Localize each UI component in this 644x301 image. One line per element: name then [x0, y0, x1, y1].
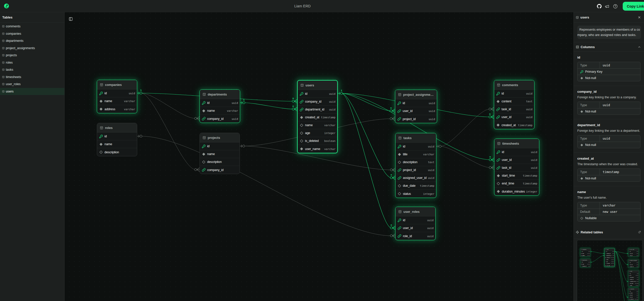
- column-row-user_id[interactable]: user_iduuid: [395, 107, 437, 115]
- column-row-company_id[interactable]: company_iduuid: [200, 115, 240, 123]
- column-row-project_id[interactable]: project_iduuid: [628, 266, 639, 268]
- column-row-id[interactable]: iduuid: [628, 273, 639, 275]
- table-node-project_assignments[interactable]: project_assignmentsiduuiduser_iduuidproj…: [395, 90, 437, 123]
- column-row-id[interactable]: id: [200, 142, 240, 150]
- column-row-id[interactable]: iduuid: [494, 90, 534, 98]
- copy-link-button[interactable]: Copy Link: [623, 2, 644, 11]
- liam-logo-icon[interactable]: [4, 3, 9, 9]
- column-row-department_id[interactable]: department_iduuid: [604, 255, 614, 257]
- table-node-project_assignme[interactable]: project_assignmeiduuiduser_iduuidproject…: [628, 259, 639, 268]
- column-row-id[interactable]: iduuid: [298, 90, 337, 98]
- column-row-name[interactable]: namevarchar: [580, 263, 591, 265]
- column-row-role_id[interactable]: role_iduuid: [396, 232, 435, 240]
- column-row-company_id[interactable]: company_iduuid: [298, 98, 337, 106]
- column-row-company_id[interactable]: company_id: [200, 166, 240, 174]
- table-node-user_roles[interactable]: user_rolesiduuiduser_iduuidrole_iduuid: [395, 207, 436, 240]
- column-row-user_name[interactable]: user_namevarchar: [298, 145, 337, 153]
- column-row-age[interactable]: ageinteger: [298, 129, 337, 137]
- column-row-status[interactable]: statusinteger: [396, 190, 436, 198]
- column-row-id[interactable]: iduuid: [628, 251, 639, 253]
- column-row-is_deleted[interactable]: is_deletedboolean: [604, 263, 614, 265]
- node-header[interactable]: companies: [580, 248, 591, 251]
- column-row-created_at[interactable]: created_attimestamp: [628, 298, 639, 300]
- column-row-id[interactable]: iduuid: [396, 143, 436, 150]
- node-header[interactable]: tasks: [628, 270, 639, 272]
- column-row-description[interactable]: description: [200, 158, 240, 166]
- table-node-projects[interactable]: projectsidnamedescriptioncompany_id: [200, 133, 240, 174]
- table-node-roles[interactable]: rolesidnamedescription: [97, 123, 137, 156]
- node-header[interactable]: companies: [97, 80, 137, 89]
- column-row-assigned_user_id[interactable]: assigned_user_iduuid: [628, 280, 639, 283]
- column-row-name[interactable]: name: [200, 150, 240, 158]
- column-row-address[interactable]: addressvarchar: [97, 105, 137, 113]
- column-row-id[interactable]: id: [97, 133, 137, 140]
- sidebar-item-roles[interactable]: roles: [0, 59, 64, 66]
- column-row-user_id[interactable]: user_iduuid: [628, 296, 639, 298]
- sidebar-item-departments[interactable]: departments: [0, 37, 64, 45]
- node-header[interactable]: comments: [494, 80, 534, 90]
- column-row-role_id[interactable]: role_iduuid: [628, 255, 639, 257]
- table-node-users[interactable]: usersiduuidcompany_iduuiddepartment_iduu…: [297, 80, 338, 153]
- table-node-companies[interactable]: companiesiduuidnamevarcharaddressvarchar: [97, 80, 137, 113]
- node-header[interactable]: roles: [97, 123, 137, 133]
- node-header[interactable]: departments: [200, 90, 240, 99]
- column-row-name[interactable]: namevarchar: [97, 97, 137, 105]
- open-related-erd-icon[interactable]: [638, 231, 641, 234]
- column-row-user_id[interactable]: user_iduuid: [628, 253, 639, 255]
- column-row-id[interactable]: iduuid: [200, 99, 240, 107]
- column-row-description[interactable]: description: [97, 148, 137, 156]
- node-header[interactable]: timesheets: [494, 139, 539, 148]
- table-node-timesheets[interactable]: timesheetsiduuiduser_iduuidtask_iduuidst…: [494, 139, 539, 196]
- column-row-name[interactable]: namevarchar: [580, 253, 591, 255]
- column-row-age[interactable]: ageinteger: [604, 261, 614, 263]
- sidebar-item-project_assignments[interactable]: project_assignments: [0, 45, 64, 52]
- table-node-departments[interactable]: departmentsiduuidnamevarcharcompany_iduu…: [580, 259, 591, 267]
- column-row-title[interactable]: titlevarchar: [396, 150, 436, 158]
- close-icon[interactable]: [638, 16, 641, 19]
- column-row-id[interactable]: iduuid: [628, 290, 639, 292]
- column-row-title[interactable]: titlevarchar: [628, 275, 639, 277]
- column-row-duration_minutes[interactable]: duration_minutesinteger: [494, 187, 539, 195]
- sidebar-item-companies[interactable]: companies: [0, 30, 64, 37]
- node-header[interactable]: project_assignments: [395, 90, 437, 99]
- sidebar-item-user_roles[interactable]: user_roles: [0, 81, 64, 88]
- sidebar-item-tasks[interactable]: tasks: [0, 66, 64, 73]
- chevron-up-icon[interactable]: [638, 45, 641, 49]
- node-header[interactable]: projects: [200, 133, 240, 142]
- table-description[interactable]: Represents employees or members of a com…: [577, 26, 641, 39]
- column-row-task_id[interactable]: task_iduuid: [494, 105, 534, 113]
- table-node-tasks[interactable]: tasksiduuidtitlevarchardescriptiontextpr…: [395, 133, 436, 198]
- node-header[interactable]: project_assignme: [628, 259, 639, 262]
- column-row-id[interactable]: iduuid: [395, 99, 437, 107]
- column-row-id[interactable]: iduuid: [604, 251, 614, 253]
- column-row-id[interactable]: iduuid: [580, 251, 591, 253]
- column-row-user_id[interactable]: user_iduuid: [628, 264, 639, 266]
- node-header[interactable]: user_roles: [628, 248, 639, 251]
- table-node-user_roles[interactable]: user_rolesiduuiduser_iduuidrole_iduuid: [628, 248, 639, 257]
- column-row-name[interactable]: namevarchar: [200, 107, 240, 115]
- table-node-comments[interactable]: commentsiduuidcontenttexttask_iduuiduser…: [494, 80, 534, 129]
- help-icon[interactable]: [613, 4, 618, 9]
- table-node-companies[interactable]: companiesiduuidnamevarcharaddressvarchar: [580, 248, 591, 257]
- column-row-company_id[interactable]: company_iduuid: [604, 253, 614, 255]
- node-header[interactable]: comments: [628, 288, 639, 290]
- column-row-due_date[interactable]: due_datetimestamp: [628, 283, 639, 285]
- column-row-task_id[interactable]: task_iduuid: [494, 164, 539, 172]
- column-row-id[interactable]: iduuid: [97, 89, 137, 97]
- sidebar-item-users[interactable]: users: [0, 88, 64, 95]
- sidebar-item-projects[interactable]: projects: [0, 52, 64, 59]
- column-row-id[interactable]: iduuid: [494, 148, 539, 156]
- erd-canvas[interactable]: 1n1n1nnnnn companiesiduuidnamevarcharadd…: [65, 12, 574, 301]
- sidebar-toggle-icon[interactable]: [69, 17, 73, 21]
- related-tables-minimap[interactable]: companiesiduuidnamevarcharaddressvarchar…: [577, 240, 643, 301]
- column-row-content[interactable]: contenttext: [494, 98, 534, 105]
- column-row-description[interactable]: descriptiontext: [396, 158, 436, 166]
- node-header[interactable]: users: [604, 248, 614, 251]
- node-header[interactable]: user_roles: [396, 207, 435, 216]
- megaphone-icon[interactable]: [605, 4, 609, 9]
- column-row-id[interactable]: iduuid: [580, 261, 591, 263]
- column-row-user_id[interactable]: user_iduuid: [494, 156, 539, 164]
- sidebar-item-comments[interactable]: comments: [0, 23, 64, 30]
- node-header[interactable]: users: [298, 81, 337, 90]
- github-icon[interactable]: [597, 4, 602, 9]
